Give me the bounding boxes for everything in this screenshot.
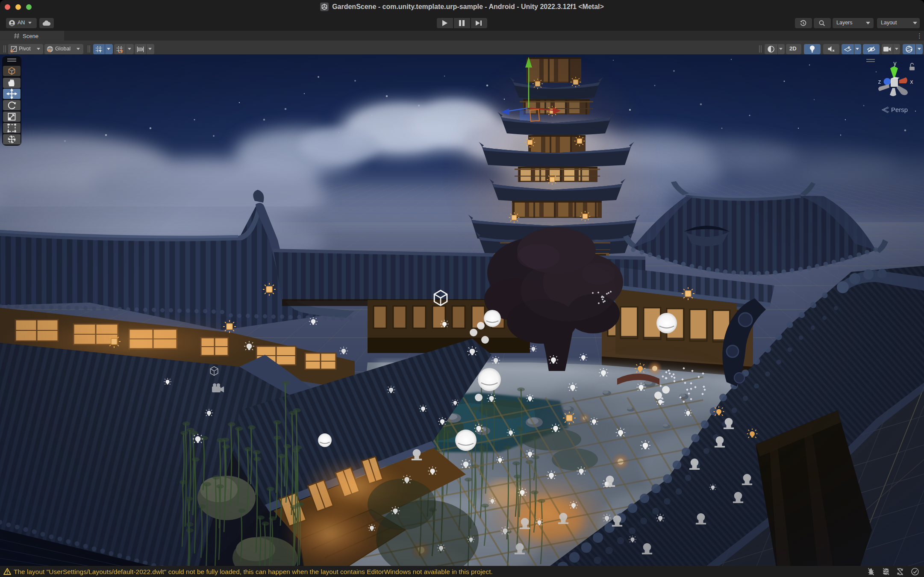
svg-text:x: x — [910, 78, 913, 85]
svg-text:Persp: Persp — [891, 106, 908, 113]
svg-text:Y: Y — [99, 49, 102, 53]
svg-text:y: y — [894, 60, 897, 67]
svg-text:z: z — [878, 78, 881, 85]
